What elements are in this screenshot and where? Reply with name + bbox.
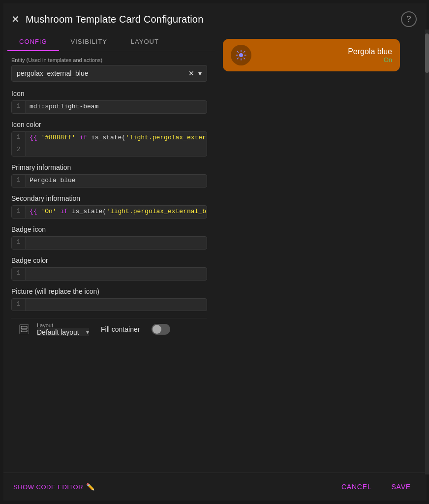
save-button[interactable]: SAVE	[385, 479, 417, 495]
svg-rect-0	[21, 326, 27, 329]
dialog-title: Mushroom Template Card Configuration	[26, 14, 203, 25]
toggle-thumb	[153, 325, 161, 334]
tab-visibility[interactable]: VISIBILITY	[59, 33, 119, 51]
badge-color-editor[interactable]: 1	[11, 267, 207, 281]
section-picture: Picture (will replace the icon) 1	[11, 287, 207, 312]
help-icon[interactable]: ?	[401, 11, 417, 27]
preview-title: Pergola blue	[257, 47, 392, 56]
show-code-label: SHOW CODE EDITOR	[13, 483, 83, 491]
entity-label: Entity (Used in templates and actions)	[11, 57, 207, 63]
section-badge-icon-label: Badge icon	[11, 225, 207, 233]
code-line: 1	[12, 299, 207, 311]
layout-icon	[19, 324, 29, 334]
preview-icon-circle	[231, 45, 251, 65]
section-badge-color: Badge color 1	[11, 256, 207, 281]
dropdown-icon[interactable]: ▾	[198, 69, 202, 77]
entity-field: Entity (Used in templates and actions) p…	[11, 57, 207, 82]
icon-editor[interactable]: 1 mdi:spotlight-beam	[11, 100, 207, 114]
dialog-body: CONFIG VISIBILITY LAYOUT Entity (Used in…	[3, 33, 427, 472]
scrollbar[interactable]	[425, 30, 429, 474]
layout-select-label: Layout	[37, 322, 89, 328]
code-line-2: 2	[12, 144, 207, 157]
section-secondary-info: Secondary information 1 {{ 'On' if is_st…	[11, 194, 207, 219]
svg-rect-1	[21, 330, 27, 332]
tab-layout[interactable]: LAYOUT	[119, 33, 171, 51]
icon-color-editor[interactable]: 1 {{ '#8888ff' if is_state('light.pergol…	[11, 131, 207, 157]
entity-icons: ✕ ▾	[188, 69, 202, 77]
dialog-header: ✕ Mushroom Template Card Configuration ?	[3, 3, 427, 33]
right-panel: Pergola blue On	[215, 33, 427, 472]
entity-value: pergolax_external_blue	[17, 69, 188, 77]
close-icon[interactable]: ✕	[11, 14, 20, 24]
section-icon-color-label: Icon color	[11, 121, 207, 128]
primary-info-editor[interactable]: 1 Pergola blue	[11, 174, 207, 188]
layout-bar: Layout Default layout Horizontal Vertica…	[11, 318, 207, 340]
preview-card: Pergola blue On	[223, 39, 400, 71]
layout-dropdown[interactable]: Default layout Horizontal Vertical	[37, 328, 89, 336]
picture-editor[interactable]: 1	[11, 298, 207, 312]
code-line-1: 1 {{ '#8888ff' if is_state('light.pergol…	[12, 132, 207, 144]
header-left: ✕ Mushroom Template Card Configuration	[11, 14, 203, 25]
section-badge-icon: Badge icon 1	[11, 225, 207, 250]
show-code-editor-button[interactable]: SHOW CODE EDITOR ✏️	[13, 483, 95, 491]
tabs: CONFIG VISIBILITY LAYOUT	[3, 33, 215, 51]
fill-container-label: Fill container	[101, 325, 140, 333]
layout-dropdown-wrap: Default layout Horizontal Vertical ▾	[37, 328, 89, 336]
badge-icon-editor[interactable]: 1	[11, 236, 207, 250]
entity-input-row[interactable]: pergolax_external_blue ✕ ▾	[11, 65, 207, 82]
preview-state: On	[257, 56, 392, 63]
code-line: 1	[12, 237, 207, 249]
section-primary-info: Primary information 1 Pergola blue	[11, 163, 207, 188]
svg-point-2	[239, 53, 243, 57]
section-picture-label: Picture (will replace the icon)	[11, 287, 207, 295]
dialog: ✕ Mushroom Template Card Configuration ?…	[3, 3, 427, 501]
section-badge-color-label: Badge color	[11, 256, 207, 264]
scrollbar-thumb[interactable]	[425, 33, 429, 73]
dialog-footer: SHOW CODE EDITOR ✏️ CANCEL SAVE	[3, 472, 427, 501]
preview-info: Pergola blue On	[257, 47, 392, 63]
code-line: 1 Pergola blue	[12, 175, 207, 187]
section-icon-label: Icon	[11, 90, 207, 97]
section-primary-info-label: Primary information	[11, 163, 207, 171]
form-body: Entity (Used in templates and actions) p…	[3, 51, 215, 472]
code-line: 1 mdi:spotlight-beam	[12, 101, 207, 113]
section-icon: Icon 1 mdi:spotlight-beam	[11, 90, 207, 114]
layout-select-wrap: Layout Default layout Horizontal Vertica…	[37, 322, 89, 336]
code-line: 1	[12, 268, 207, 280]
section-icon-color: Icon color 1 {{ '#8888ff' if is_state('l…	[11, 121, 207, 157]
code-line: 1 {{ 'On' if is_state('light.pergolax_ex…	[12, 206, 207, 218]
clear-icon[interactable]: ✕	[188, 69, 194, 77]
tab-config[interactable]: CONFIG	[7, 33, 59, 51]
left-panel: CONFIG VISIBILITY LAYOUT Entity (Used in…	[3, 33, 215, 472]
fill-container-toggle[interactable]	[152, 324, 170, 335]
footer-right: CANCEL SAVE	[336, 479, 417, 495]
secondary-info-editor[interactable]: 1 {{ 'On' if is_state('light.pergolax_ex…	[11, 205, 207, 219]
pencil-icon: ✏️	[86, 483, 95, 491]
cancel-button[interactable]: CANCEL	[336, 479, 378, 495]
section-secondary-info-label: Secondary information	[11, 194, 207, 202]
